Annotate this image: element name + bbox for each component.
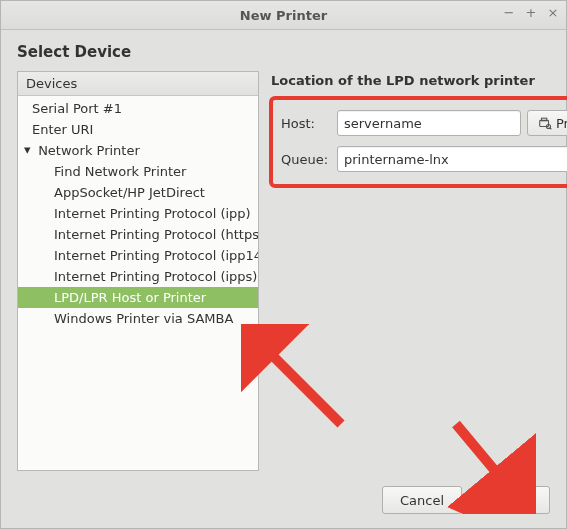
form-highlight-box: Host: Probe Queue: — [269, 96, 567, 188]
device-ipp14[interactable]: Internet Printing Protocol (ipp14) — [18, 245, 258, 266]
device-https[interactable]: Internet Printing Protocol (https) — [18, 224, 258, 245]
device-ipp[interactable]: Internet Printing Protocol (ipp) — [18, 203, 258, 224]
device-samba[interactable]: Windows Printer via SAMBA — [18, 308, 258, 329]
main-row: Devices Serial Port #1 Enter URI ▾ Netwo… — [17, 71, 550, 471]
devices-panel: Devices Serial Port #1 Enter URI ▾ Netwo… — [17, 71, 259, 471]
device-lpd[interactable]: LPD/LPR Host or Printer — [18, 287, 258, 308]
queue-input[interactable] — [337, 146, 567, 172]
printer-search-icon — [538, 116, 552, 130]
right-panel: Location of the LPD network printer Host… — [269, 71, 567, 471]
cancel-button[interactable]: Cancel — [382, 486, 462, 514]
device-find-network[interactable]: Find Network Printer — [18, 161, 258, 182]
section-title: Location of the LPD network printer — [271, 73, 567, 88]
minimize-button[interactable]: − — [502, 5, 516, 20]
svg-line-3 — [550, 128, 551, 129]
page-title: Select Device — [17, 43, 550, 61]
forward-button[interactable]: Forward — [470, 486, 550, 514]
device-enter-uri[interactable]: Enter URI — [18, 119, 258, 140]
window-frame: New Printer − + × Select Device Devices … — [0, 0, 567, 529]
probe-button-label: Probe — [556, 116, 567, 131]
probe-button[interactable]: Probe — [527, 110, 567, 136]
window-title: New Printer — [240, 8, 327, 23]
host-row: Host: Probe — [281, 110, 567, 136]
device-serial-port[interactable]: Serial Port #1 — [18, 98, 258, 119]
host-input[interactable] — [337, 110, 521, 136]
queue-label: Queue: — [281, 152, 331, 167]
titlebar-buttons: − + × — [502, 5, 560, 20]
queue-row: Queue: — [281, 146, 567, 172]
devices-header[interactable]: Devices — [18, 72, 258, 96]
content-area: Select Device Devices Serial Port #1 Ent… — [1, 29, 566, 528]
footer-buttons: Cancel Forward — [382, 486, 550, 514]
forward-button-label: Forward — [484, 493, 536, 508]
device-ipps[interactable]: Internet Printing Protocol (ipps) — [18, 266, 258, 287]
cancel-button-label: Cancel — [400, 493, 444, 508]
devices-tree: Serial Port #1 Enter URI ▾ Network Print… — [18, 96, 258, 470]
device-network-printer-label: Network Printer — [38, 143, 140, 158]
device-appsocket[interactable]: AppSocket/HP JetDirect — [18, 182, 258, 203]
caret-down-icon: ▾ — [24, 142, 34, 157]
titlebar: New Printer − + × — [1, 1, 566, 30]
maximize-button[interactable]: + — [524, 5, 538, 20]
host-label: Host: — [281, 116, 331, 131]
close-button[interactable]: × — [546, 5, 560, 20]
device-network-printer[interactable]: ▾ Network Printer — [18, 140, 258, 161]
svg-rect-1 — [542, 118, 547, 121]
